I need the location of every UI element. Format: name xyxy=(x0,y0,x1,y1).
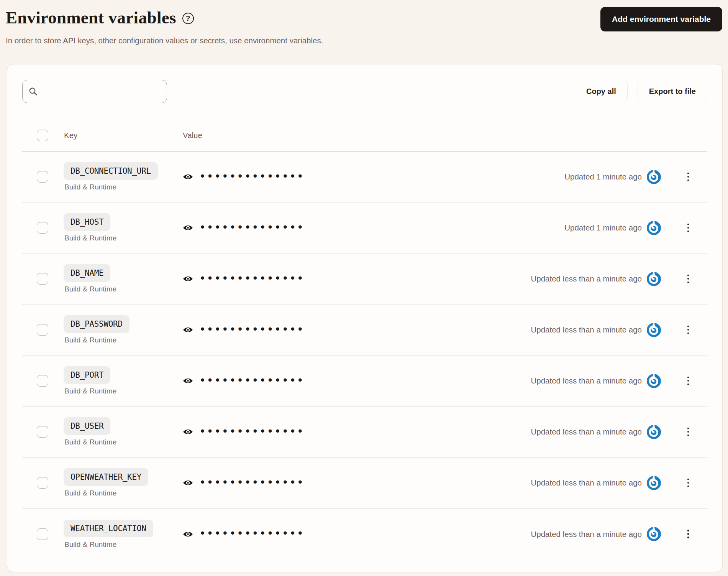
search-field-wrap xyxy=(22,80,167,103)
row-checkbox[interactable] xyxy=(37,324,48,336)
service-logo-icon[interactable] xyxy=(647,272,661,286)
reveal-value-eye-icon[interactable] xyxy=(183,478,194,487)
env-key-chip[interactable]: DB_HOST xyxy=(64,213,110,231)
reveal-value-eye-icon[interactable] xyxy=(183,274,194,283)
row-meta: Updated less than a minute ago xyxy=(531,271,707,286)
reveal-value-eye-icon[interactable] xyxy=(183,172,194,181)
row-checkbox[interactable] xyxy=(37,477,48,489)
row-meta: Updated less than a minute ago xyxy=(531,475,707,490)
env-key-chip[interactable]: DB_PORT xyxy=(64,366,110,384)
value-cell: •••••••••••••• xyxy=(183,171,564,183)
updated-timestamp: Updated 1 minute ago xyxy=(564,172,642,181)
column-header-key: Key xyxy=(64,131,77,140)
row-menu-kebab-icon[interactable] xyxy=(683,424,693,439)
updated-timestamp: Updated 1 minute ago xyxy=(564,223,642,232)
row-meta: Updated less than a minute ago xyxy=(531,424,707,439)
key-cell: DB_PASSWORD Build & Runtime xyxy=(48,315,183,344)
value-cell: •••••••••••••• xyxy=(183,375,531,387)
value-cell: •••••••••••••• xyxy=(183,222,564,234)
reveal-value-eye-icon[interactable] xyxy=(183,376,194,385)
row-menu-kebab-icon[interactable] xyxy=(683,220,693,235)
key-cell: DB_CONNECTION_URL Build & Runtime xyxy=(48,162,183,191)
service-logo-icon[interactable] xyxy=(647,476,661,490)
table-row: DB_USER Build & Runtime •••••••••••••• U… xyxy=(22,406,707,458)
row-checkbox[interactable] xyxy=(37,426,48,438)
row-meta: Updated 1 minute ago xyxy=(564,220,707,235)
table-row: DB_PORT Build & Runtime •••••••••••••• U… xyxy=(22,355,707,406)
row-checkbox[interactable] xyxy=(37,222,48,234)
row-checkbox[interactable] xyxy=(37,528,48,540)
service-logo-icon[interactable] xyxy=(647,323,661,337)
add-environment-variable-button[interactable]: Add environment variable xyxy=(600,7,722,31)
column-header-value: Value xyxy=(183,131,202,140)
service-logo-icon[interactable] xyxy=(647,374,661,388)
key-cell: DB_PORT Build & Runtime xyxy=(48,366,183,395)
row-menu-kebab-icon[interactable] xyxy=(683,475,693,490)
key-cell: OPENWEATHER_KEY Build & Runtime xyxy=(48,468,183,497)
masked-value: •••••••••••••• xyxy=(199,324,304,335)
table-header-row: Key Value xyxy=(22,130,707,151)
env-scope-label: Build & Runtime xyxy=(64,540,183,549)
table-row: DB_PASSWORD Build & Runtime ••••••••••••… xyxy=(22,304,707,355)
row-menu-kebab-icon[interactable] xyxy=(683,322,693,337)
row-menu-kebab-icon[interactable] xyxy=(683,527,693,542)
env-scope-label: Build & Runtime xyxy=(64,336,183,344)
env-scope-label: Build & Runtime xyxy=(64,438,183,446)
masked-value: •••••••••••••• xyxy=(199,171,304,182)
env-key-chip[interactable]: OPENWEATHER_KEY xyxy=(64,468,148,486)
key-cell: DB_NAME Build & Runtime xyxy=(48,264,183,293)
copy-all-button[interactable]: Copy all xyxy=(575,80,628,103)
page-header: Environment variables ? In order to stor… xyxy=(0,0,728,46)
service-logo-icon[interactable] xyxy=(647,527,661,541)
export-to-file-button[interactable]: Export to file xyxy=(638,80,707,103)
help-icon[interactable]: ? xyxy=(182,13,194,24)
row-meta: Updated less than a minute ago xyxy=(531,527,707,542)
updated-timestamp: Updated less than a minute ago xyxy=(531,274,642,283)
row-menu-kebab-icon[interactable] xyxy=(683,373,693,388)
reveal-value-eye-icon[interactable] xyxy=(183,530,194,539)
env-key-chip[interactable]: WEATHER_LOCATION xyxy=(64,520,153,537)
row-menu-kebab-icon[interactable] xyxy=(683,271,693,286)
row-meta: Updated less than a minute ago xyxy=(531,373,707,388)
row-meta: Updated 1 minute ago xyxy=(564,169,707,184)
row-meta: Updated less than a minute ago xyxy=(531,322,707,337)
search-input[interactable] xyxy=(22,80,167,103)
search-icon xyxy=(29,87,38,96)
service-logo-icon[interactable] xyxy=(647,221,661,235)
table-row: DB_CONNECTION_URL Build & Runtime ••••••… xyxy=(22,151,707,202)
row-checkbox[interactable] xyxy=(37,171,48,183)
row-checkbox[interactable] xyxy=(37,375,48,387)
row-menu-kebab-icon[interactable] xyxy=(683,169,693,184)
updated-timestamp: Updated less than a minute ago xyxy=(531,478,642,487)
toolbar-buttons: Copy all Export to file xyxy=(575,80,707,103)
env-scope-label: Build & Runtime xyxy=(64,387,183,395)
masked-value: •••••••••••••• xyxy=(199,426,304,437)
env-key-chip[interactable]: DB_CONNECTION_URL xyxy=(64,162,158,180)
env-key-chip[interactable]: DB_NAME xyxy=(64,264,110,282)
env-scope-label: Build & Runtime xyxy=(64,234,183,242)
value-cell: •••••••••••••• xyxy=(183,528,531,540)
reveal-value-eye-icon[interactable] xyxy=(183,325,194,334)
row-checkbox[interactable] xyxy=(37,273,48,285)
service-logo-icon[interactable] xyxy=(647,170,661,184)
table-row: DB_HOST Build & Runtime •••••••••••••• U… xyxy=(22,202,707,253)
page-title: Environment variables xyxy=(6,6,176,29)
table-body: DB_CONNECTION_URL Build & Runtime ••••••… xyxy=(22,151,707,560)
updated-timestamp: Updated less than a minute ago xyxy=(531,325,642,334)
page-title-block: Environment variables ? In order to stor… xyxy=(6,6,323,46)
table-row: DB_NAME Build & Runtime •••••••••••••• U… xyxy=(22,253,707,304)
key-cell: DB_HOST Build & Runtime xyxy=(48,213,183,242)
reveal-value-eye-icon[interactable] xyxy=(183,223,194,232)
value-cell: •••••••••••••• xyxy=(183,426,531,438)
reveal-value-eye-icon[interactable] xyxy=(183,427,194,436)
masked-value: •••••••••••••• xyxy=(199,528,304,539)
service-logo-icon[interactable] xyxy=(647,425,661,439)
table-row: OPENWEATHER_KEY Build & Runtime ••••••••… xyxy=(22,458,707,509)
env-key-chip[interactable]: DB_PASSWORD xyxy=(64,315,130,333)
env-key-chip[interactable]: DB_USER xyxy=(64,417,110,435)
masked-value: •••••••••••••• xyxy=(199,477,304,488)
value-cell: •••••••••••••• xyxy=(183,477,531,489)
updated-timestamp: Updated less than a minute ago xyxy=(531,376,642,385)
select-all-checkbox[interactable] xyxy=(37,130,48,141)
env-scope-label: Build & Runtime xyxy=(64,285,183,293)
